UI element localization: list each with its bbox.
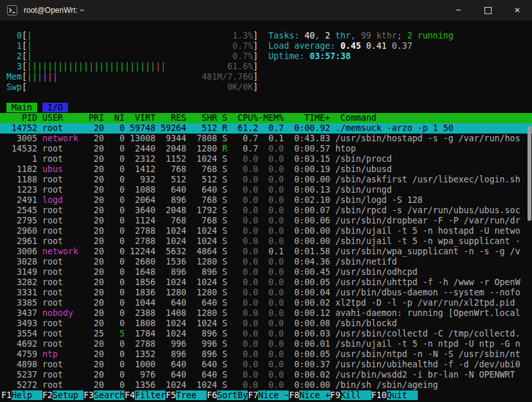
table-header[interactable]: PID USER PRI NI VIRT RES SHR S CPU%-MEM%… (0, 113, 532, 123)
process-row-3331[interactable]: 3331 root 20 0 1836 1280 1280 S 0.0 0.0 … (0, 288, 532, 298)
pid-cell: 3282 (1, 277, 42, 287)
process-row-3149[interactable]: 3149 root 20 0 1648 896 896 S 0.0 0.0 0:… (0, 267, 532, 277)
time-cell: 0:00.07 (284, 205, 335, 215)
user-cell: root (42, 226, 89, 236)
process-row-4759[interactable]: 4759 ntp 20 0 1352 896 896 S 0.0 0.0 0:0… (0, 349, 532, 360)
pri-cell: 20 (89, 247, 109, 256)
size-cells: 1356 1024 1024 (124, 380, 222, 390)
command-cell: /usr/sbin/collectd -C /tmp/collectd. (335, 329, 520, 338)
process-row-4898[interactable]: 4898 root 20 0 1000 640 640 S 0.0 0.0 0:… (0, 360, 532, 370)
user-cell: root (42, 370, 89, 380)
close-button[interactable]: ✕ (502, 0, 532, 21)
command-cell: /sbin/ujail -t 5 -n ntpd -U ntp -G n (335, 339, 520, 349)
pri-cell: 20 (89, 288, 109, 297)
fkey-label: Tree (176, 390, 207, 400)
cpu-meter-label: 1 (17, 41, 22, 51)
pid-cell: 1223 (1, 185, 42, 195)
pid-cell: 3006 (1, 247, 42, 256)
fkey-f7[interactable]: F7Nice - (248, 390, 289, 400)
process-row-5272[interactable]: 5272 root 20 0 1356 1024 1024 S 0.0 0.0 … (0, 380, 532, 390)
process-row-5237[interactable]: 5237 root 20 0 976 640 640 S 0.0 0.0 0:0… (0, 370, 532, 380)
process-row-2795[interactable]: 2795 root 20 0 1124 768 768 S 0.0 0.0 0:… (0, 216, 532, 226)
text: ] (253, 72, 258, 82)
process-row-3437[interactable]: 3437 nobody 20 0 2388 1408 1280 S 0.0 0.… (0, 308, 532, 319)
pid-cell: 2491 (1, 195, 42, 205)
text: [ (22, 82, 27, 92)
meter-bar: | (27, 31, 32, 40)
mem-pct-cell: 0.0 (258, 329, 284, 338)
fkey-f2[interactable]: F2Setup (42, 390, 83, 400)
pri-cell: 20 (89, 349, 109, 359)
cpu-meter-label: 3 (17, 62, 22, 71)
process-row-3493[interactable]: 3493 root 20 0 1808 1024 1024 S 0.0 0.0 … (0, 319, 532, 329)
tab-io[interactable]: I/O (42, 103, 68, 112)
fkey-f6[interactable]: F6SortBy (207, 390, 248, 400)
process-row-3005[interactable]: 3005 network 20 0 13008 9344 7808 S 0.7 … (0, 134, 532, 144)
text (32, 51, 232, 61)
fkey-key: F3 (83, 390, 94, 400)
fkey-label: SortBy (217, 390, 248, 400)
command-cell: /sbin/urngd (335, 185, 391, 195)
cpu-pct-cell: 0.0 (227, 360, 258, 369)
pid-cell: 1 (1, 154, 42, 164)
mem-pct-cell: 0.0 (258, 185, 284, 195)
tab-main[interactable]: Main (6, 103, 37, 112)
meter-value: 61.6% (227, 62, 253, 71)
size-cells: 1784 1024 896 (124, 329, 222, 338)
terminal[interactable]: 0[| 1.3%] Tasks: 40, 2 thr, 99 kthr; 2 r… (0, 21, 532, 402)
process-row-2491[interactable]: 2491 logd 20 0 2064 896 768 S 0.0 0.0 0:… (0, 195, 532, 205)
command-cell: ./memsuck -arzo -p 1 50 (335, 123, 453, 133)
nice-cell: 0 (109, 154, 124, 164)
process-row-2961[interactable]: 2961 root 20 0 2788 1024 1024 S 0.0 0.0 … (0, 236, 532, 247)
time-cell: 0:02.10 (284, 195, 335, 205)
fkey-f8[interactable]: F8Nice + (289, 390, 330, 400)
process-row-1182[interactable]: 1182 ubus 20 0 1412 768 768 S 0.0 0.0 0:… (0, 164, 532, 175)
pri-cell: 20 (89, 175, 109, 184)
fkey-label: Quit (387, 390, 418, 400)
time-cell: 0:00.05 (284, 277, 335, 287)
meter-bar: | (37, 72, 42, 82)
minimize-button[interactable]: ─ (443, 0, 473, 21)
process-row-3385[interactable]: 3385 root 20 0 1044 640 640 S 0.0 0.0 0:… (0, 298, 532, 308)
uptime-label: Uptime: (268, 51, 309, 61)
size-cells: 1124 768 768 (124, 216, 222, 225)
fkey-f5[interactable]: F5Tree (166, 390, 207, 400)
text: , (350, 31, 361, 40)
process-row-3554[interactable]: 3554 root 25 5 1784 1024 896 S 0.0 0.0 0… (0, 329, 532, 339)
process-row-1188[interactable]: 1188 root 20 0 932 512 512 S 0.0 0.0 0:0… (0, 175, 532, 185)
terminal-icon (7, 5, 17, 15)
size-cells: 1088 640 640 (124, 185, 222, 195)
size-cells: 1412 768 768 (124, 164, 222, 174)
process-row-14752[interactable]: 14752 root 20 0 59748 59264 512 R 61.2 0… (0, 123, 532, 134)
mem-pct-cell: 0.0 (258, 277, 284, 287)
fkey-f1[interactable]: F1Help (1, 390, 42, 400)
process-row-2545[interactable]: 2545 root 20 0 3640 2048 1792 S 0.0 0.0 … (0, 205, 532, 216)
fkey-f10[interactable]: F10Quit (372, 390, 418, 400)
process-row-3006[interactable]: 3006 network 20 0 12244 5632 4864 S 0.0 … (0, 247, 532, 257)
pri-cell: 20 (89, 236, 109, 246)
time-cell: 0:00.57 (284, 144, 335, 153)
command-cell: /usr/sbin/dropbear -F -P /var/run/dr (335, 216, 520, 225)
fkey-f9[interactable]: F9Kill (330, 390, 372, 400)
pid-cell: 2960 (1, 226, 42, 236)
process-row-1[interactable]: 1 root 20 0 2312 1152 1024 S 0.0 0.0 0:0… (0, 154, 532, 164)
command-cell: /sbin/askfirst /usr/libexec/login.sh (335, 175, 520, 184)
nice-cell: 0 (109, 195, 124, 205)
command-cell: /usr/bin/dbus-daemon --system --nofo (335, 288, 520, 297)
process-row-1223[interactable]: 1223 root 20 0 1088 640 640 S 0.0 0.0 0:… (0, 185, 532, 195)
process-row-2960[interactable]: 2960 root 20 0 2788 1024 1024 S 0.0 0.0 … (0, 226, 532, 236)
process-row-3282[interactable]: 3282 root 20 0 1856 1024 1024 S 0.0 0.0 … (0, 277, 532, 288)
pri-cell: 20 (89, 216, 109, 225)
process-row-3028[interactable]: 3028 root 20 0 2680 1536 1280 S 0.0 0.0 … (0, 257, 532, 267)
fkey-f4[interactable]: F4Filter (124, 390, 166, 400)
process-row-14532[interactable]: 14532 root 20 0 2440 2048 1280 R 0.7 0.0… (0, 144, 532, 154)
pid-cell: 14752 (1, 123, 42, 133)
scrollbar-thumb[interactable] (528, 126, 531, 221)
fkey-f3[interactable]: F3Search (83, 390, 124, 400)
process-row-4692[interactable]: 4692 root 20 0 2788 996 996 S 0.0 0.0 0:… (0, 339, 532, 349)
text (32, 31, 232, 40)
pri-cell: 20 (89, 298, 109, 308)
maximize-button[interactable] (473, 0, 502, 21)
cpu-pct-cell: 61.2 (227, 123, 258, 133)
pri-cell: 20 (89, 308, 109, 318)
